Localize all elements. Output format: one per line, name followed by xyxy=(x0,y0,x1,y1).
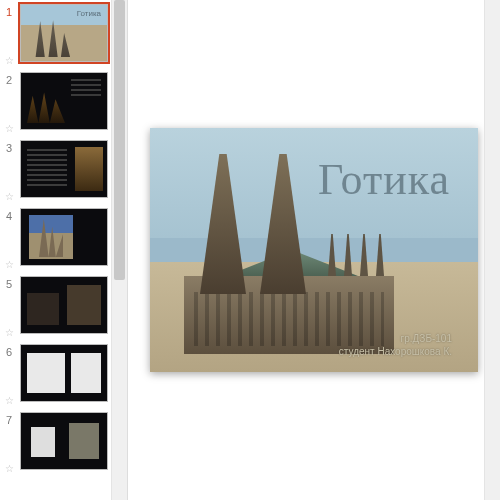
thumbnail-list: 1 ☆ Готика 2 ☆ 3 ☆ 4 ☆ xyxy=(0,0,112,484)
thumbnail-number: 2 xyxy=(6,74,12,86)
thumbnail-preview[interactable] xyxy=(20,140,108,198)
thumbnail-preview[interactable]: Готика xyxy=(20,4,108,62)
thumbnail-preview[interactable] xyxy=(20,276,108,334)
thumbnail-number: 3 xyxy=(6,142,12,154)
thumbnail-3[interactable]: 3 ☆ xyxy=(2,140,112,202)
star-icon: ☆ xyxy=(5,124,14,134)
thumbnail-number: 4 xyxy=(6,210,12,222)
thumbnail-scrollbar[interactable] xyxy=(111,0,127,500)
thumbnail-preview[interactable] xyxy=(20,344,108,402)
slide-stage: Готика гр.ДЗБ-101 студент Нахорошкова К. xyxy=(128,0,500,500)
thumbnail-1[interactable]: 1 ☆ Готика xyxy=(2,4,112,66)
star-icon: ☆ xyxy=(5,56,14,66)
star-icon: ☆ xyxy=(5,192,14,202)
thumbnail-panel: 1 ☆ Готика 2 ☆ 3 ☆ 4 ☆ xyxy=(0,0,128,500)
star-icon: ☆ xyxy=(5,464,14,474)
slide-title: Готика xyxy=(318,154,450,205)
thumbnail-number: 7 xyxy=(6,414,12,426)
thumbnail-6[interactable]: 6 ☆ xyxy=(2,344,112,406)
thumbnail-7[interactable]: 7 ☆ xyxy=(2,412,112,474)
thumbnail-title: Готика xyxy=(77,9,101,18)
scrollbar-handle[interactable] xyxy=(114,0,125,280)
thumbnail-number: 1 xyxy=(6,6,12,18)
current-slide[interactable]: Готика гр.ДЗБ-101 студент Нахорошкова К. xyxy=(150,128,478,372)
stage-scrollbar[interactable] xyxy=(484,0,500,500)
thumbnail-number: 5 xyxy=(6,278,12,290)
slide-subtitle-1: гр.ДЗБ-101 xyxy=(401,333,452,344)
thumbnail-4[interactable]: 4 ☆ xyxy=(2,208,112,270)
star-icon: ☆ xyxy=(5,396,14,406)
thumbnail-preview[interactable] xyxy=(20,208,108,266)
thumbnail-preview[interactable] xyxy=(20,412,108,470)
thumbnail-2[interactable]: 2 ☆ xyxy=(2,72,112,134)
thumbnail-preview[interactable] xyxy=(20,72,108,130)
slide-subtitle-2: студент Нахорошкова К. xyxy=(339,346,452,357)
star-icon: ☆ xyxy=(5,260,14,270)
star-icon: ☆ xyxy=(5,328,14,338)
thumbnail-5[interactable]: 5 ☆ xyxy=(2,276,112,338)
thumbnail-number: 6 xyxy=(6,346,12,358)
